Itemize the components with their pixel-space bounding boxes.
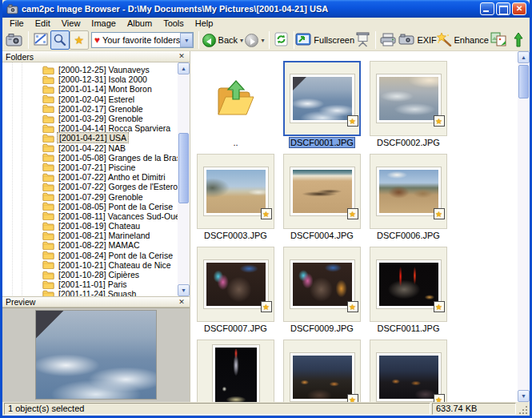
menu-edit[interactable]: Edit [30,18,56,30]
folder-icon [42,124,54,133]
menu-help[interactable]: Help [190,18,219,30]
tree-item[interactable]: [2001-08-19] Chateau [2,221,178,231]
menu-image[interactable]: Image [86,18,122,30]
forward-arrow-icon [245,34,258,47]
menu-file[interactable]: File [4,18,30,30]
scrollbar-thumb[interactable] [178,133,189,203]
scroll-up-arrow[interactable]: ▲ [178,62,190,74]
exif-button[interactable]: EXIF [398,30,437,50]
tree-item[interactable]: [2001-10-28] Cipières [2,270,178,279]
tree-item[interactable]: [2001-07-21] Piscine [2,163,178,172]
heart-icon: ♥ [92,34,102,46]
tree-item[interactable]: [2001-02-04] Esterel [2,94,178,104]
maximize-button[interactable] [496,2,510,15]
thumbnail-item[interactable]: ★DSCF0011.JPG [370,247,447,334]
tree-item[interactable]: [2001-08-21] Marineland [2,231,178,240]
viewer-options-button[interactable] [31,30,50,50]
tree-item[interactable]: [2001-11-24] Squash [2,289,178,296]
tree-item[interactable]: [2001-08-22] MAMAC [2,240,178,250]
tree-item[interactable]: [2001-07-29] Grenoble [2,191,178,201]
favorite-folders-dropdown[interactable]: ♥ Your favorite folders ▾ [91,32,194,48]
thumbnail-item[interactable]: ★DSCF0007.JPG [197,247,274,334]
scroll-up-arrow[interactable]: ▲ [518,51,530,63]
folder-icon [42,153,54,162]
upload-button[interactable] [509,30,528,50]
chevron-down-icon[interactable]: ▾ [180,33,193,47]
scroll-down-arrow[interactable]: ▼ [518,390,530,402]
tree-item[interactable]: [2001-02-17] Grenoble [2,104,178,114]
slideshow-button[interactable] [354,30,373,50]
thumbnail-cell: ★ [283,61,361,136]
tree-item[interactable]: [2001-07-22] Antho et Dimitri [2,172,178,182]
preview-close-icon[interactable]: ✕ [177,298,186,307]
minimize-button[interactable] [480,2,494,15]
resize-grip[interactable] [518,403,528,415]
star-badge-icon: ★ [261,208,272,219]
scroll-down-arrow[interactable]: ▼ [178,284,190,296]
refresh-button[interactable] [272,30,291,50]
tree-item[interactable]: [2000-12-25] Vaunaveys [2,65,178,74]
tree-item[interactable]: [2001-11-01] Paris [2,279,178,289]
tree-item[interactable]: [2001-04-22] NAB [2,143,178,153]
tree-item[interactable]: [2001-08-11] Vacances Sud-Ouest [2,211,178,221]
tree-scrollbar[interactable]: ▲ ▼ [178,62,190,296]
tree-item[interactable]: [2001-10-21] Chateau de Nice [2,260,178,270]
tree-item-label: [2001-03-29] Grenoble [57,114,145,123]
menu-tools[interactable]: Tools [158,18,190,30]
tree-item[interactable]: [2001-04-21] USA [2,133,178,143]
favorites-mode-button[interactable]: ★ [70,30,89,50]
enhance-button[interactable]: Enhance [437,30,488,50]
preview-area [2,307,190,402]
tree-item-label: [2000-12-25] Vaunaveys [57,65,151,74]
forward-button[interactable]: ▾ [243,30,266,50]
tree-item-label: [2001-11-01] Paris [57,279,129,289]
thumbnail-item[interactable]: ★DSCF0001.JPG [283,61,361,148]
photo-thumbnail [377,167,441,215]
tree-item[interactable]: [2001-01-14] Mont Boron [2,84,178,94]
tree-item[interactable]: [2001-05-08] Granges de la Brasque [2,153,178,163]
tree-item[interactable]: [2001-08-05] Pont de la Cerise [2,202,178,211]
tree-item-label: [2001-10-28] Cipières [57,270,141,279]
folders-close-icon[interactable]: ✕ [177,52,186,61]
star-badge-icon: ★ [347,208,358,219]
tree-item-label: [2001-08-05] Pont de la Cerise [57,202,174,211]
scrollbar-thumb[interactable] [518,65,529,98]
thumbnail-item[interactable]: ★DSCF0003.JPG [197,154,274,241]
print-button[interactable] [378,30,398,50]
tree-item-label: [2001-07-22] Gorges de l'Esteron [57,182,178,191]
folder-icon [42,85,54,94]
browse-mode-button[interactable] [50,30,70,50]
thumbnail-item[interactable]: ★DSCF0004.JPG [283,154,361,241]
thumbnail-item[interactable]: ★DSCF0002.JPG [370,61,447,148]
left-pane: Folders ✕ [2000-12-25] Vaunaveys[2000-12… [2,51,190,402]
thumbnail-item[interactable]: ★DSCF0009.JPG [283,247,361,334]
grid-scrollbar[interactable]: ▲ ▼ [518,51,530,402]
menu-album[interactable]: Album [122,18,158,30]
thumbnail-cell: ★ [370,340,447,402]
thumbnail-item[interactable]: ★ [370,340,447,402]
close-button[interactable] [512,2,526,15]
tree-item[interactable]: [2001-08-24] Pont de la Cerise [2,251,178,260]
acquire-camera-button[interactable] [4,30,26,50]
thumbnail-item[interactable]: ★DSCF0006.JPG [370,154,447,241]
convert-button[interactable] [488,30,509,50]
enhance-label: Enhance [454,35,489,45]
thumbnail-item[interactable]: .. [197,61,274,148]
menu-view[interactable]: View [56,18,86,30]
back-button[interactable]: Back ▾ [202,30,243,50]
thumbnail-cell: ★ [370,247,447,322]
forward-history-caret: ▾ [261,37,264,44]
tree-item[interactable]: [2001-03-29] Grenoble [2,114,178,123]
tree-item-label: [2001-05-08] Granges de la Brasque [57,153,178,163]
fullscreen-button[interactable]: Fullscreen [297,30,354,50]
thumbnail-cell: ★ [197,154,274,229]
tree-item[interactable]: [2001-07-22] Gorges de l'Esteron [2,182,178,191]
thumbnail-item[interactable]: ★ [283,340,361,402]
title-bar[interactable]: cam2pc Image Browser - D:\My Documents\M… [2,0,530,18]
tree-item-label: [2001-08-24] Pont de la Cerise [57,251,174,260]
thumbnail-cell: ★ [283,247,361,322]
fullscreen-label: Fullscreen [314,35,354,45]
folder-icon [42,143,54,152]
thumbnail-item[interactable] [197,340,274,402]
tree-item[interactable]: [2000-12-31] Isola 2000 [2,74,178,84]
